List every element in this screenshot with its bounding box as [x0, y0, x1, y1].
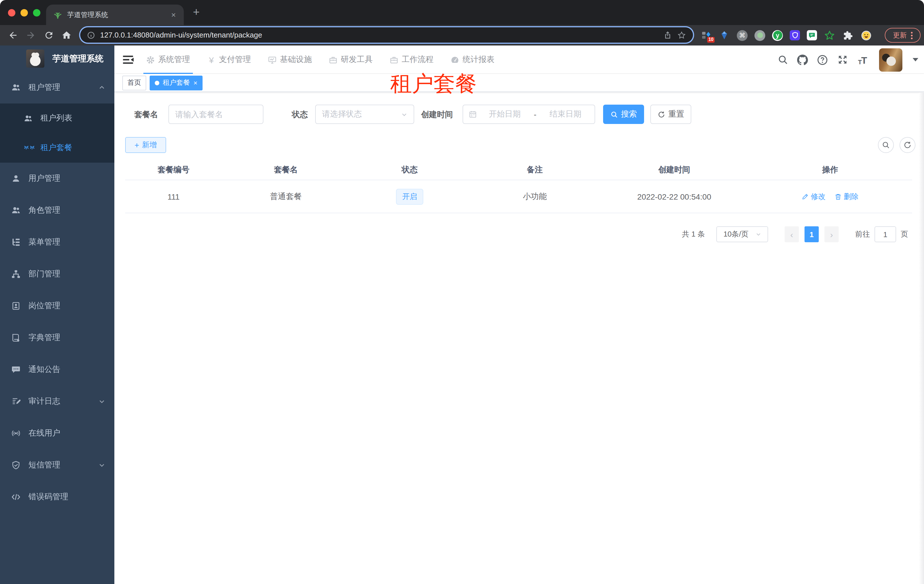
top-nav-devtools[interactable]: 研发工具: [326, 46, 376, 74]
top-nav-workflow[interactable]: 工作流程: [387, 46, 436, 74]
column-header[interactable]: 套餐名: [222, 165, 350, 175]
sidebar-item-role-management[interactable]: 角色管理: [0, 194, 114, 226]
sidebar-item-post-management[interactable]: 岗位管理: [0, 290, 114, 322]
sidebar-item-tenant-list[interactable]: 租户列表: [0, 104, 114, 133]
reset-button[interactable]: 重置: [650, 105, 691, 124]
extension-shield-icon[interactable]: [790, 30, 800, 40]
table-row[interactable]: 111 普通套餐 开启 小功能 2022-02-22 00:54:00: [125, 180, 912, 213]
tag-close-icon[interactable]: ×: [193, 79, 198, 86]
chevron-down-icon: [99, 398, 105, 405]
extension-y-icon[interactable]: y: [772, 30, 783, 41]
filter-name-field[interactable]: [168, 105, 264, 124]
extension-badge: 10: [707, 37, 714, 43]
package-name-input[interactable]: [175, 110, 257, 119]
extension-chat-icon[interactable]: [807, 30, 817, 40]
date-end-placeholder[interactable]: 结束日期: [542, 109, 589, 119]
sidebar-item-user-management[interactable]: 用户管理: [0, 163, 114, 194]
window-controls: [8, 9, 40, 16]
code-icon: [12, 492, 20, 502]
new-tab-button[interactable]: +: [190, 6, 203, 19]
status-select[interactable]: 请选择状态: [315, 105, 414, 124]
extension-dot-icon[interactable]: [754, 30, 765, 41]
tab-close-icon[interactable]: ×: [169, 10, 178, 19]
cell-created-time: 2022-02-22 00:54:00: [600, 192, 748, 201]
home-icon[interactable]: [61, 30, 72, 40]
edit-link[interactable]: 修改: [802, 191, 825, 202]
prev-page-button[interactable]: ‹: [785, 226, 799, 242]
tag-tenant-package[interactable]: 租户套餐 ×: [150, 75, 203, 90]
extension-command-icon[interactable]: ⌘: [737, 30, 747, 41]
top-nav-payment[interactable]: ¥ 支付管理: [204, 46, 254, 74]
sidebar-item-department-management[interactable]: 部门管理: [0, 258, 114, 290]
page-size-select[interactable]: 10条/页: [716, 226, 768, 242]
sidebar-item-sms-management[interactable]: 短信管理: [0, 449, 114, 481]
delete-link[interactable]: 删除: [835, 191, 858, 202]
show-search-toggle-button[interactable]: [878, 137, 894, 153]
top-nav: 系统管理 ¥ 支付管理 基础设施: [144, 46, 509, 74]
tag-label: 首页: [127, 78, 141, 87]
browser-menu-kebab-icon[interactable]: [911, 31, 912, 39]
top-nav-infrastructure[interactable]: 基础设施: [265, 46, 315, 74]
forward-icon[interactable]: [26, 30, 36, 40]
site-info-icon[interactable]: [87, 31, 95, 39]
bookmark-star-icon[interactable]: [677, 30, 686, 39]
github-icon[interactable]: [797, 54, 808, 65]
sidebar-item-error-code[interactable]: 错误码管理: [0, 481, 114, 513]
chat-bubble-icon: [12, 365, 20, 374]
search-icon[interactable]: [777, 54, 788, 65]
sidebar-item-audit-log[interactable]: 审计日志: [0, 385, 114, 417]
refresh-table-button[interactable]: [899, 137, 916, 153]
share-icon[interactable]: [663, 31, 672, 39]
top-nav-system[interactable]: 系统管理: [144, 46, 193, 74]
address-bar[interactable]: 127.0.0.1:48080/admin-ui/system/tenant/p…: [80, 27, 693, 43]
sidebar-item-notice[interactable]: 通知公告: [0, 354, 114, 385]
page-unit-label: 页: [901, 229, 908, 239]
sidebar-item-online-users[interactable]: 在线用户: [0, 417, 114, 449]
org-chart-icon: [12, 270, 20, 279]
window-close-button[interactable]: [8, 9, 15, 16]
extension-gem-icon[interactable]: [719, 30, 730, 41]
closed-eyes-icon: [24, 143, 33, 152]
fullscreen-icon[interactable]: [837, 54, 848, 65]
extensions-puzzle-icon[interactable]: [842, 30, 853, 41]
goto-page-input[interactable]: [874, 226, 896, 242]
top-nav-reports[interactable]: 统计报表: [448, 46, 497, 74]
browser-tab[interactable]: 芋道管理系统 ×: [46, 5, 184, 25]
sidebar-logo[interactable]: 芋道管理系统: [0, 46, 114, 72]
top-nav-label: 支付管理: [219, 54, 251, 65]
extension-tabs-icon[interactable]: 10: [700, 30, 712, 41]
sidebar-item-label: 在线用户: [28, 428, 105, 438]
extension-star-icon[interactable]: [824, 30, 835, 41]
sidebar-item-dict-management[interactable]: 字典管理: [0, 322, 114, 354]
font-size-icon[interactable]: TT: [857, 54, 868, 65]
sidebar-item-menu-management[interactable]: 菜单管理: [0, 226, 114, 258]
sidebar-item-tenant-group[interactable]: 租户管理: [0, 72, 114, 104]
column-header[interactable]: 创建时间: [600, 165, 748, 175]
next-page-button[interactable]: ›: [825, 226, 839, 242]
avatar-caret-icon[interactable]: [912, 58, 918, 61]
profile-emoji-icon[interactable]: [860, 30, 872, 41]
column-header[interactable]: 操作: [748, 165, 912, 175]
user-avatar[interactable]: [879, 48, 903, 71]
search-button[interactable]: 搜索: [603, 105, 644, 124]
window-minimize-button[interactable]: [20, 9, 28, 16]
add-button[interactable]: + 新增: [125, 137, 166, 153]
current-page-button[interactable]: 1: [805, 226, 819, 242]
window-zoom-button[interactable]: [33, 9, 40, 16]
help-icon[interactable]: [817, 54, 828, 65]
content-scrollbar[interactable]: [919, 93, 924, 584]
cell-status: 开启: [350, 189, 469, 204]
chevron-up-icon: [99, 84, 105, 91]
column-header[interactable]: 套餐编号: [125, 165, 222, 175]
browser-update-button[interactable]: 更新: [885, 28, 921, 43]
column-header[interactable]: 状态: [350, 165, 469, 175]
back-icon[interactable]: [8, 30, 18, 40]
tag-home[interactable]: 首页: [122, 75, 146, 90]
date-start-placeholder[interactable]: 开始日期: [481, 109, 528, 119]
reload-icon[interactable]: [44, 30, 54, 40]
url-text[interactable]: 127.0.0.1:48080/admin-ui/system/tenant/p…: [100, 31, 658, 39]
sidebar-collapse-icon[interactable]: [122, 53, 134, 66]
column-header[interactable]: 备注: [469, 165, 600, 175]
sidebar-item-tenant-package[interactable]: 租户套餐: [0, 133, 114, 163]
date-range-picker[interactable]: 开始日期 - 结束日期: [462, 105, 595, 124]
